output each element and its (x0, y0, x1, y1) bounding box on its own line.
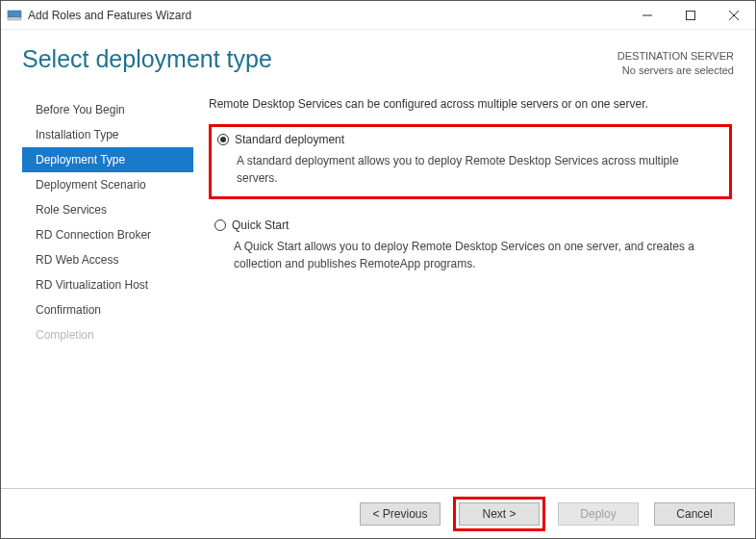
titlebar: Add Roles and Features Wizard (1, 1, 755, 30)
previous-frame: < Previous (357, 500, 443, 528)
option-standard-label: Standard deployment (235, 133, 344, 146)
step-rd-web-access[interactable]: RD Web Access (22, 247, 193, 272)
option-standard-deployment[interactable]: Standard deployment A standard deploymen… (209, 124, 732, 199)
next-frame: Next > (453, 497, 545, 531)
option-standard-label-row[interactable]: Standard deployment (217, 133, 721, 146)
window-controls (625, 1, 755, 29)
main-content: Remote Desktop Services can be configure… (193, 97, 755, 488)
step-before-you-begin[interactable]: Before You Begin (22, 97, 193, 122)
cancel-button[interactable]: Cancel (654, 502, 735, 526)
radio-quickstart-icon[interactable] (214, 219, 226, 231)
page-title: Select deployment type (22, 45, 617, 73)
svg-rect-0 (8, 11, 21, 17)
step-deployment-scenario[interactable]: Deployment Scenario (22, 172, 193, 197)
close-button[interactable] (712, 1, 755, 30)
destination-server-info: DESTINATION SERVER No servers are select… (617, 45, 734, 78)
step-installation-type[interactable]: Installation Type (22, 122, 193, 147)
step-role-services[interactable]: Role Services (22, 197, 193, 222)
maximize-button[interactable] (668, 1, 712, 30)
svg-rect-1 (8, 17, 21, 20)
deploy-frame: Deploy (555, 500, 642, 528)
window-title: Add Roles and Features Wizard (28, 9, 625, 22)
radio-standard-icon[interactable] (217, 134, 229, 145)
step-rd-virtualization-host[interactable]: RD Virtualization Host (22, 272, 193, 297)
option-spacer (209, 199, 732, 213)
svg-rect-3 (686, 12, 694, 20)
step-rd-connection-broker[interactable]: RD Connection Broker (22, 222, 193, 247)
previous-button[interactable]: < Previous (360, 502, 441, 526)
footer: < Previous Next > Deploy Cancel (1, 488, 755, 538)
next-button[interactable]: Next > (459, 502, 540, 526)
wizard-body: Before You Begin Installation Type Deplo… (1, 86, 755, 488)
wizard-window: Add Roles and Features Wizard Select dep… (0, 0, 756, 539)
option-quickstart-description: A Quick Start allows you to deploy Remot… (214, 238, 724, 272)
cancel-frame: Cancel (651, 500, 738, 528)
option-quick-start[interactable]: Quick Start A Quick Start allows you to … (209, 213, 732, 282)
destination-server-status: No servers are selected (617, 64, 734, 78)
option-quickstart-label-row[interactable]: Quick Start (214, 218, 724, 232)
step-deployment-type[interactable]: Deployment Type (22, 147, 193, 172)
step-confirmation[interactable]: Confirmation (22, 297, 193, 322)
step-completion: Completion (22, 322, 193, 347)
server-manager-icon (7, 8, 22, 23)
option-standard-description: A standard deployment allows you to depl… (217, 152, 721, 187)
destination-server-label: DESTINATION SERVER (617, 49, 734, 64)
sidebar: Before You Begin Installation Type Deplo… (1, 97, 193, 488)
option-quickstart-label: Quick Start (232, 218, 289, 232)
deploy-button: Deploy (558, 502, 639, 526)
header: Select deployment type DESTINATION SERVE… (1, 30, 755, 86)
intro-text: Remote Desktop Services can be configure… (209, 97, 732, 111)
minimize-button[interactable] (625, 1, 668, 30)
